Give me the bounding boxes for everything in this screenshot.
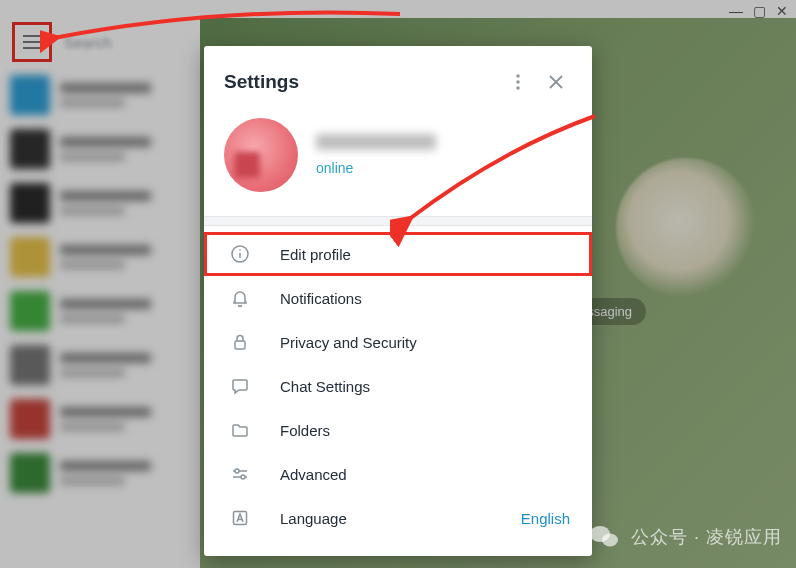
chat-list-item[interactable] bbox=[0, 176, 200, 230]
settings-header: Settings bbox=[204, 46, 592, 112]
wechat-icon bbox=[587, 520, 621, 554]
menu-item-folders[interactable]: Folders bbox=[204, 408, 592, 452]
watermark-text: 公众号 · 凌锐应用 bbox=[631, 525, 782, 549]
chat-list-item[interactable] bbox=[0, 284, 200, 338]
menu-label: Notifications bbox=[280, 290, 570, 307]
window-minimize[interactable]: — bbox=[729, 4, 743, 18]
settings-panel: Settings online Edit profile Notificatio… bbox=[204, 46, 592, 556]
info-icon bbox=[226, 244, 254, 264]
svg-point-5 bbox=[516, 86, 519, 89]
window-maximize[interactable]: ▢ bbox=[753, 4, 766, 18]
chat-list-item[interactable] bbox=[0, 338, 200, 392]
watermark: 公众号 · 凌锐应用 bbox=[587, 520, 782, 554]
menu-button[interactable] bbox=[12, 22, 52, 62]
profile-section[interactable]: online bbox=[204, 112, 592, 216]
menu-label: Language bbox=[280, 510, 521, 527]
chat-list-item[interactable] bbox=[0, 392, 200, 446]
menu-item-chat-settings[interactable]: Chat Settings bbox=[204, 364, 592, 408]
menu-label: Edit profile bbox=[280, 246, 570, 263]
close-icon bbox=[549, 75, 563, 89]
chat-list-item[interactable] bbox=[0, 122, 200, 176]
background-flower bbox=[616, 158, 756, 298]
language-icon bbox=[226, 508, 254, 528]
svg-point-15 bbox=[241, 475, 245, 479]
hamburger-icon bbox=[22, 34, 42, 50]
topbar: Search bbox=[0, 18, 200, 66]
bell-icon bbox=[226, 288, 254, 308]
close-button[interactable] bbox=[540, 66, 572, 98]
chat-list-item[interactable] bbox=[0, 230, 200, 284]
svg-point-10 bbox=[239, 249, 241, 251]
profile-status: online bbox=[316, 160, 436, 176]
chat-icon bbox=[226, 376, 254, 396]
menu-label: Privacy and Security bbox=[280, 334, 570, 351]
chat-list-item[interactable] bbox=[0, 68, 200, 122]
window-close[interactable]: ✕ bbox=[776, 4, 788, 18]
menu-item-edit-profile[interactable]: Edit profile bbox=[204, 232, 592, 276]
svg-point-18 bbox=[602, 534, 618, 547]
menu-label: Folders bbox=[280, 422, 570, 439]
profile-name bbox=[316, 134, 436, 150]
menu-label: Chat Settings bbox=[280, 378, 570, 395]
menu-item-notifications[interactable]: Notifications bbox=[204, 276, 592, 320]
svg-point-3 bbox=[516, 74, 519, 77]
window-controls: — ▢ ✕ bbox=[729, 4, 788, 18]
menu-item-language[interactable]: Language English bbox=[204, 496, 592, 540]
section-divider bbox=[204, 216, 592, 226]
chat-list bbox=[0, 68, 200, 568]
settings-menu: Edit profile Notifications Privacy and S… bbox=[204, 226, 592, 546]
lock-icon bbox=[226, 332, 254, 352]
menu-item-advanced[interactable]: Advanced bbox=[204, 452, 592, 496]
folder-icon bbox=[226, 420, 254, 440]
kebab-icon bbox=[516, 74, 520, 90]
search-input[interactable]: Search bbox=[64, 34, 112, 51]
sliders-icon bbox=[226, 464, 254, 484]
settings-title: Settings bbox=[224, 71, 502, 93]
svg-point-4 bbox=[516, 80, 519, 83]
more-options-button[interactable] bbox=[502, 66, 534, 98]
profile-avatar bbox=[224, 118, 298, 192]
chat-list-item[interactable] bbox=[0, 446, 200, 500]
menu-item-privacy[interactable]: Privacy and Security bbox=[204, 320, 592, 364]
menu-value: English bbox=[521, 510, 570, 527]
menu-label: Advanced bbox=[280, 466, 570, 483]
profile-info: online bbox=[316, 134, 436, 176]
svg-point-13 bbox=[235, 469, 239, 473]
svg-rect-11 bbox=[235, 341, 245, 349]
